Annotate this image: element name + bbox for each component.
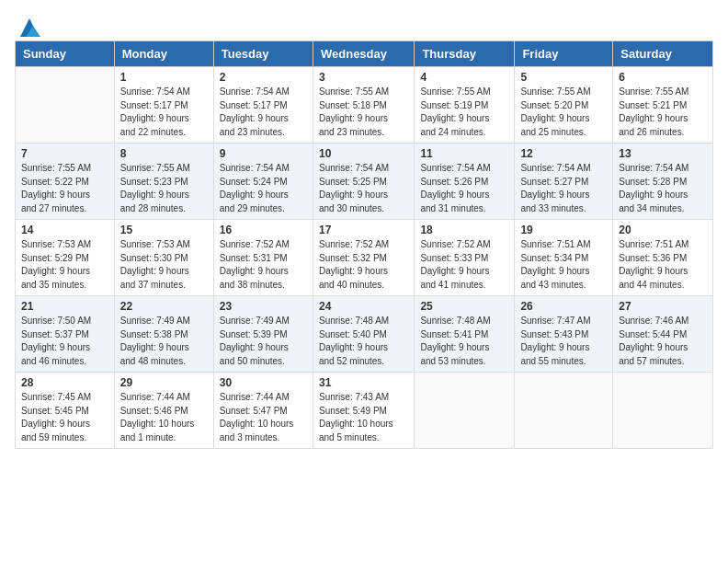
day-number: 28: [21, 376, 108, 389]
calendar-cell: 12Sunrise: 7:54 AM Sunset: 5:27 PM Dayli…: [515, 144, 613, 220]
day-info: Sunrise: 7:51 AM Sunset: 5:36 PM Dayligh…: [619, 238, 707, 292]
day-info: Sunrise: 7:44 AM Sunset: 5:46 PM Dayligh…: [120, 391, 208, 444]
day-number: 7: [21, 147, 108, 160]
day-info: Sunrise: 7:54 AM Sunset: 5:25 PM Dayligh…: [319, 162, 408, 215]
day-info: Sunrise: 7:55 AM Sunset: 5:20 PM Dayligh…: [520, 86, 607, 139]
calendar-cell: 9Sunrise: 7:54 AM Sunset: 5:24 PM Daylig…: [213, 144, 313, 220]
calendar-cell: 10Sunrise: 7:54 AM Sunset: 5:25 PM Dayli…: [313, 144, 414, 220]
calendar-cell: 27Sunrise: 7:46 AM Sunset: 5:44 PM Dayli…: [613, 296, 713, 373]
calendar-week-row: 28Sunrise: 7:45 AM Sunset: 5:45 PM Dayli…: [16, 373, 713, 449]
day-number: 10: [319, 147, 408, 160]
calendar-cell: 24Sunrise: 7:48 AM Sunset: 5:40 PM Dayli…: [313, 296, 414, 373]
day-number: 13: [619, 147, 707, 160]
day-info: Sunrise: 7:52 AM Sunset: 5:31 PM Dayligh…: [220, 238, 307, 292]
calendar-cell: 28Sunrise: 7:45 AM Sunset: 5:45 PM Dayli…: [16, 373, 115, 449]
day-number: 16: [220, 224, 307, 236]
day-number: 2: [220, 71, 307, 84]
day-number: 20: [619, 224, 707, 236]
day-info: Sunrise: 7:54 AM Sunset: 5:24 PM Dayligh…: [220, 162, 307, 215]
day-number: 23: [220, 300, 307, 313]
day-info: Sunrise: 7:49 AM Sunset: 5:39 PM Dayligh…: [220, 315, 307, 368]
day-number: 5: [520, 71, 607, 84]
calendar-cell: 2Sunrise: 7:54 AM Sunset: 5:17 PM Daylig…: [213, 67, 313, 144]
col-header-friday: Friday: [515, 41, 613, 67]
calendar-cell: 18Sunrise: 7:52 AM Sunset: 5:33 PM Dayli…: [415, 220, 515, 296]
logo-icon: [17, 15, 42, 40]
day-number: 19: [520, 224, 607, 236]
day-number: 12: [520, 147, 607, 160]
day-info: Sunrise: 7:51 AM Sunset: 5:34 PM Dayligh…: [520, 238, 607, 292]
calendar-cell: 6Sunrise: 7:55 AM Sunset: 5:21 PM Daylig…: [613, 67, 713, 144]
calendar-week-row: 14Sunrise: 7:53 AM Sunset: 5:29 PM Dayli…: [16, 220, 713, 296]
day-number: 17: [319, 224, 408, 236]
day-info: Sunrise: 7:55 AM Sunset: 5:19 PM Dayligh…: [420, 86, 508, 139]
day-number: 18: [420, 224, 508, 236]
day-info: Sunrise: 7:52 AM Sunset: 5:32 PM Dayligh…: [319, 238, 408, 292]
col-header-wednesday: Wednesday: [313, 41, 414, 67]
calendar-cell: 19Sunrise: 7:51 AM Sunset: 5:34 PM Dayli…: [515, 220, 613, 296]
col-header-monday: Monday: [114, 41, 213, 67]
day-number: 31: [319, 376, 408, 389]
calendar-cell: 31Sunrise: 7:43 AM Sunset: 5:49 PM Dayli…: [313, 373, 414, 449]
calendar-week-row: 1Sunrise: 7:54 AM Sunset: 5:17 PM Daylig…: [16, 67, 713, 144]
day-info: Sunrise: 7:54 AM Sunset: 5:17 PM Dayligh…: [220, 86, 307, 139]
day-number: 6: [619, 71, 707, 84]
calendar-cell: 13Sunrise: 7:54 AM Sunset: 5:28 PM Dayli…: [613, 144, 713, 220]
day-info: Sunrise: 7:55 AM Sunset: 5:23 PM Dayligh…: [120, 162, 208, 215]
day-info: Sunrise: 7:53 AM Sunset: 5:29 PM Dayligh…: [21, 238, 108, 292]
calendar-cell: 3Sunrise: 7:55 AM Sunset: 5:18 PM Daylig…: [313, 67, 414, 144]
calendar-cell: 16Sunrise: 7:52 AM Sunset: 5:31 PM Dayli…: [213, 220, 313, 296]
day-number: 9: [220, 147, 307, 160]
col-header-saturday: Saturday: [613, 41, 713, 67]
col-header-sunday: Sunday: [16, 41, 115, 67]
day-number: 21: [21, 300, 108, 313]
day-number: 1: [120, 71, 208, 84]
calendar-cell: 8Sunrise: 7:55 AM Sunset: 5:23 PM Daylig…: [114, 144, 213, 220]
calendar-cell: 21Sunrise: 7:50 AM Sunset: 5:37 PM Dayli…: [16, 296, 115, 373]
col-header-tuesday: Tuesday: [213, 41, 313, 67]
day-info: Sunrise: 7:55 AM Sunset: 5:18 PM Dayligh…: [319, 86, 408, 139]
calendar-cell: 1Sunrise: 7:54 AM Sunset: 5:17 PM Daylig…: [114, 67, 213, 144]
day-number: 11: [420, 147, 508, 160]
day-number: 14: [21, 224, 108, 236]
day-info: Sunrise: 7:54 AM Sunset: 5:26 PM Dayligh…: [420, 162, 508, 215]
calendar-header-row: SundayMondayTuesdayWednesdayThursdayFrid…: [16, 41, 713, 67]
day-info: Sunrise: 7:49 AM Sunset: 5:38 PM Dayligh…: [120, 315, 208, 368]
day-number: 30: [220, 376, 307, 389]
day-number: 24: [319, 300, 408, 313]
calendar-cell: 26Sunrise: 7:47 AM Sunset: 5:43 PM Dayli…: [515, 296, 613, 373]
day-number: 8: [120, 147, 208, 160]
day-info: Sunrise: 7:48 AM Sunset: 5:41 PM Dayligh…: [420, 315, 508, 368]
calendar-cell: 22Sunrise: 7:49 AM Sunset: 5:38 PM Dayli…: [114, 296, 213, 373]
day-number: 4: [420, 71, 508, 84]
day-info: Sunrise: 7:48 AM Sunset: 5:40 PM Dayligh…: [319, 315, 408, 368]
calendar-cell: [16, 67, 115, 144]
calendar-cell: 25Sunrise: 7:48 AM Sunset: 5:41 PM Dayli…: [415, 296, 515, 373]
day-info: Sunrise: 7:43 AM Sunset: 5:49 PM Dayligh…: [319, 391, 408, 444]
day-info: Sunrise: 7:46 AM Sunset: 5:44 PM Dayligh…: [619, 315, 707, 368]
day-number: 27: [619, 300, 707, 313]
calendar-cell: 17Sunrise: 7:52 AM Sunset: 5:32 PM Dayli…: [313, 220, 414, 296]
calendar-cell: 5Sunrise: 7:55 AM Sunset: 5:20 PM Daylig…: [515, 67, 613, 144]
calendar-cell: 23Sunrise: 7:49 AM Sunset: 5:39 PM Dayli…: [213, 296, 313, 373]
calendar-cell: 14Sunrise: 7:53 AM Sunset: 5:29 PM Dayli…: [16, 220, 115, 296]
day-info: Sunrise: 7:52 AM Sunset: 5:33 PM Dayligh…: [420, 238, 508, 292]
day-info: Sunrise: 7:55 AM Sunset: 5:21 PM Dayligh…: [619, 86, 707, 139]
calendar-week-row: 21Sunrise: 7:50 AM Sunset: 5:37 PM Dayli…: [16, 296, 713, 373]
day-number: 22: [120, 300, 208, 313]
calendar-cell: [613, 373, 713, 449]
calendar-cell: 7Sunrise: 7:55 AM Sunset: 5:22 PM Daylig…: [16, 144, 115, 220]
day-number: 25: [420, 300, 508, 313]
day-number: 26: [520, 300, 607, 313]
day-number: 3: [319, 71, 408, 84]
col-header-thursday: Thursday: [415, 41, 515, 67]
calendar-cell: 29Sunrise: 7:44 AM Sunset: 5:46 PM Dayli…: [114, 373, 213, 449]
calendar-cell: [515, 373, 613, 449]
calendar-cell: [415, 373, 515, 449]
day-info: Sunrise: 7:55 AM Sunset: 5:22 PM Dayligh…: [21, 162, 108, 215]
calendar-week-row: 7Sunrise: 7:55 AM Sunset: 5:22 PM Daylig…: [16, 144, 713, 220]
page-header: [15, 15, 713, 33]
day-number: 15: [120, 224, 208, 236]
day-info: Sunrise: 7:54 AM Sunset: 5:17 PM Dayligh…: [120, 86, 208, 139]
day-info: Sunrise: 7:53 AM Sunset: 5:30 PM Dayligh…: [120, 238, 208, 292]
